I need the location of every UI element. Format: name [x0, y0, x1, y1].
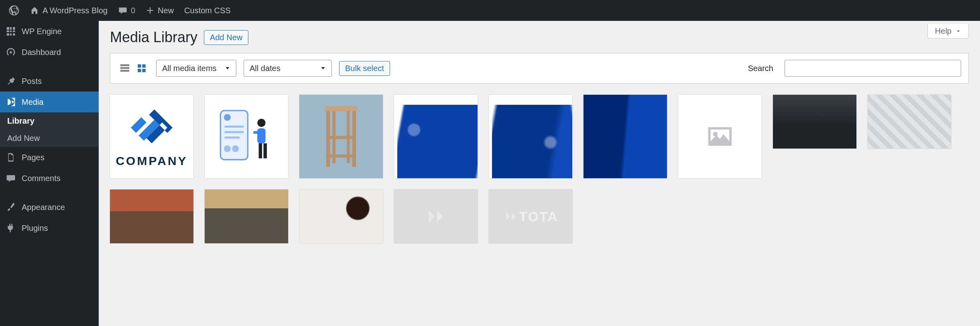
svg-rect-13	[326, 111, 330, 167]
sidebar-item-dashboard[interactable]: Dashboard	[0, 42, 99, 63]
pin-icon	[6, 76, 16, 86]
main-content: Help Media Library Add New All media ite…	[99, 21, 980, 326]
svg-rect-14	[352, 111, 356, 167]
svg-rect-2	[225, 126, 244, 128]
sidebar-item-posts[interactable]: Posts	[0, 71, 99, 92]
media-item-placeholder[interactable]	[678, 95, 762, 178]
comment-icon	[6, 173, 16, 183]
sidebar-item-media[interactable]: Media	[0, 92, 99, 112]
media-item-photo-coworking[interactable]	[205, 189, 288, 243]
help-label: Help	[935, 26, 952, 36]
help-tab[interactable]: Help	[927, 24, 969, 39]
comment-icon	[118, 6, 128, 15]
site-name-menu[interactable]: A WordPress Blog	[26, 0, 112, 21]
sidebar-item-label: Comments	[22, 174, 61, 183]
new-label: New	[158, 0, 174, 21]
dashboard-icon	[6, 47, 16, 57]
sidebar-item-label: Appearance	[22, 203, 65, 212]
grid-view-icon	[136, 63, 147, 74]
media-item-blue-paint-3[interactable]	[584, 95, 667, 178]
sidebar-item-label: WP Engine	[22, 27, 62, 36]
chevron-down-icon	[319, 65, 327, 72]
svg-rect-8	[257, 128, 265, 143]
plus-icon	[146, 6, 155, 15]
sidebar-item-comments[interactable]: Comments	[0, 168, 99, 189]
home-icon	[30, 6, 39, 15]
page-icon	[6, 152, 16, 163]
comments-count: 0	[131, 0, 135, 21]
media-item-blue-paint-1[interactable]	[394, 95, 478, 178]
illustration-icon	[212, 102, 281, 171]
filter-type-select[interactable]: All media items	[156, 60, 236, 77]
wordpress-icon	[9, 5, 19, 16]
sidebar-item-label: Dashboard	[22, 48, 61, 57]
svg-point-7	[257, 119, 265, 127]
company-logo-text: COMPANY	[116, 154, 187, 168]
svg-rect-3	[225, 131, 244, 133]
new-content-menu[interactable]: New	[142, 0, 178, 21]
media-item-photo-coffee[interactable]	[299, 189, 383, 243]
grid-view-button[interactable]	[134, 61, 149, 75]
comments-menu[interactable]: 0	[114, 0, 139, 21]
svg-point-6	[232, 145, 239, 152]
list-view-button[interactable]	[118, 61, 132, 75]
admin-sidebar: WP Engine Dashboard Posts Media Library …	[0, 21, 99, 326]
sidebar-item-label: Media	[22, 98, 43, 107]
filter-type-value: All media items	[162, 64, 217, 73]
sidebar-item-pages[interactable]: Pages	[0, 147, 99, 168]
wp-logo-menu[interactable]	[5, 0, 23, 21]
sidebar-sub-library[interactable]: Library	[0, 112, 99, 130]
plug-icon	[6, 223, 16, 233]
wpengine-icon	[6, 26, 16, 37]
list-view-icon	[119, 63, 130, 74]
media-icon	[6, 97, 16, 107]
svg-rect-18	[326, 155, 356, 158]
sidebar-item-plugins[interactable]: Plugins	[0, 218, 99, 238]
sidebar-item-label: Plugins	[22, 224, 48, 233]
caret-down-icon	[956, 29, 961, 34]
chevrons-icon	[424, 204, 448, 228]
media-item-stool[interactable]	[299, 95, 383, 178]
svg-rect-4	[225, 137, 240, 139]
bulk-select-button[interactable]: Bulk select	[339, 61, 390, 76]
media-item-gray-1[interactable]	[394, 189, 478, 243]
media-item-company-logo[interactable]: COMPANY	[110, 95, 193, 178]
site-name-label: A WordPress Blog	[43, 0, 108, 21]
gray-placeholder-text: TOTA	[519, 209, 558, 224]
svg-point-1	[224, 114, 231, 121]
sidebar-item-appearance[interactable]: Appearance	[0, 197, 99, 218]
custom-css-menu[interactable]: Custom CSS	[180, 0, 235, 21]
sidebar-item-label: Posts	[22, 77, 42, 86]
svg-rect-12	[325, 106, 357, 111]
media-toolbar: All media items All dates Bulk select Se…	[110, 53, 969, 84]
page-title: Media Library	[110, 29, 197, 46]
sidebar-sub-addnew[interactable]: Add New	[0, 130, 99, 147]
admin-bar: A WordPress Blog 0 New Custom CSS	[0, 0, 980, 21]
filter-date-value: All dates	[250, 64, 281, 73]
sidebar-item-wpengine[interactable]: WP Engine	[0, 21, 99, 42]
company-logo-mark	[126, 106, 178, 152]
filter-date-select[interactable]: All dates	[244, 60, 332, 77]
sidebar-item-label: Pages	[22, 153, 45, 162]
search-input[interactable]	[785, 60, 961, 77]
media-item-photo-reclining[interactable]	[773, 95, 856, 149]
media-item-photo-blueprints[interactable]	[868, 95, 951, 149]
brush-icon	[6, 202, 16, 212]
media-item-blue-paint-2[interactable]	[489, 95, 572, 178]
chevrons-icon	[503, 208, 519, 224]
svg-rect-17	[326, 136, 356, 139]
image-placeholder-icon	[706, 124, 734, 149]
media-item-photo-team[interactable]	[110, 189, 193, 243]
view-toggle	[118, 61, 149, 75]
stool-icon	[315, 102, 367, 171]
svg-point-5	[224, 145, 231, 152]
media-item-gray-total[interactable]: TOTA	[489, 189, 572, 243]
media-grid: COMPANY	[110, 95, 969, 243]
search-label: Search	[748, 64, 773, 73]
add-new-button[interactable]: Add New	[204, 30, 248, 45]
custom-css-label: Custom CSS	[184, 0, 231, 21]
media-item-illustration[interactable]	[205, 95, 288, 178]
chevron-down-icon	[224, 65, 231, 72]
page-header: Media Library Add New	[110, 29, 969, 46]
svg-rect-10	[259, 143, 262, 158]
